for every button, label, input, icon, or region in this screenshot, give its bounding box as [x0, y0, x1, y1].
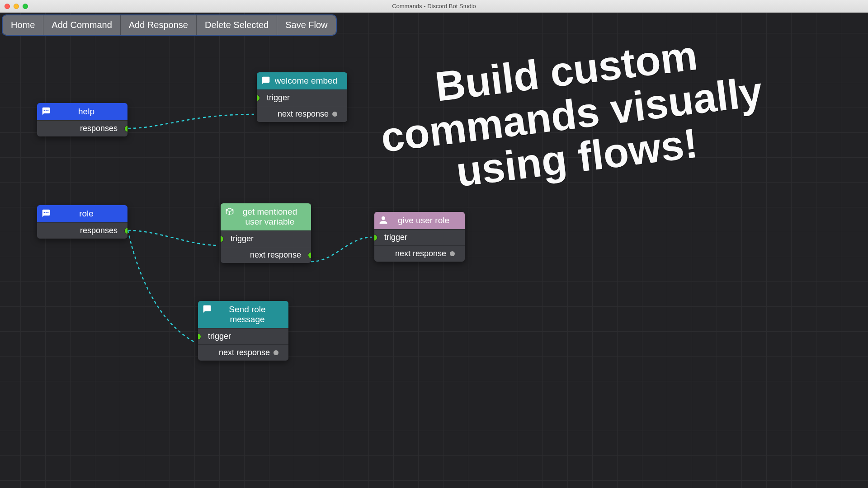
port-label: responses	[80, 124, 118, 133]
port-label: responses	[80, 226, 118, 235]
chat-icon	[42, 107, 51, 116]
node-header[interactable]: Send role message	[198, 301, 288, 328]
window-title: Commands - Discord Bot Studio	[0, 3, 868, 9]
delete-selected-button[interactable]: Delete Selected	[197, 15, 277, 35]
toolbar: Home Add Command Add Response Delete Sel…	[2, 14, 337, 36]
port-row-trigger: trigger	[374, 229, 465, 245]
node-help[interactable]: help responses	[37, 103, 127, 136]
node-title: role	[54, 209, 123, 219]
port-label: trigger	[267, 93, 290, 103]
output-port[interactable]	[125, 126, 127, 131]
save-flow-button[interactable]: Save Flow	[277, 15, 335, 35]
port-row-trigger: trigger	[257, 89, 347, 106]
port-row-next-response: next response	[257, 106, 347, 122]
home-button[interactable]: Home	[3, 15, 43, 35]
input-port[interactable]	[374, 235, 377, 240]
port-label: trigger	[208, 332, 231, 341]
node-get-mentioned-user-variable[interactable]: get mentioned user variable trigger next…	[221, 203, 311, 263]
maximize-window-button[interactable]	[23, 4, 28, 9]
port-label: next response	[395, 249, 446, 258]
port-row-next-response: next response	[374, 245, 465, 262]
output-port-inactive[interactable]	[332, 112, 337, 117]
port-label: next response	[219, 348, 270, 357]
user-icon	[379, 216, 388, 225]
node-role[interactable]: role responses	[37, 205, 127, 239]
close-window-button[interactable]	[5, 4, 10, 9]
add-command-button[interactable]: Add Command	[43, 15, 120, 35]
wire-help-welcome	[128, 114, 254, 128]
node-welcome-embed[interactable]: welcome embed trigger next response	[257, 72, 347, 122]
input-port[interactable]	[198, 333, 201, 339]
port-label: next response	[250, 250, 301, 260]
port-label: trigger	[384, 233, 407, 242]
speech-icon	[203, 305, 212, 314]
output-port-inactive[interactable]	[450, 251, 455, 256]
wire-role-sendrole	[128, 230, 195, 343]
promo-overlay-text: Build custom commands visually using flo…	[373, 26, 770, 202]
wire-role-getvar	[128, 230, 218, 245]
port-row-trigger: trigger	[221, 230, 311, 247]
node-header[interactable]: welcome embed	[257, 72, 347, 89]
node-title: welcome embed	[274, 76, 343, 86]
input-port[interactable]	[257, 95, 259, 101]
flow-canvas[interactable]: Home Add Command Add Response Delete Sel…	[0, 13, 868, 488]
input-port[interactable]	[221, 236, 223, 242]
output-port[interactable]	[308, 252, 311, 258]
port-row-next-response: next response	[221, 247, 311, 263]
node-send-role-message[interactable]: Send role message trigger next response	[198, 301, 288, 361]
node-give-user-role[interactable]: give user role trigger next response	[374, 212, 465, 262]
minimize-window-button[interactable]	[14, 4, 19, 9]
add-response-button[interactable]: Add Response	[121, 15, 197, 35]
window-titlebar: Commands - Discord Bot Studio	[0, 0, 868, 13]
node-title: give user role	[392, 216, 460, 225]
port-label: trigger	[231, 234, 254, 244]
node-header[interactable]: get mentioned user variable	[221, 203, 311, 230]
port-label: next response	[278, 109, 329, 119]
chat-icon	[42, 209, 51, 218]
window-controls	[0, 4, 28, 9]
port-row-responses: responses	[37, 120, 127, 136]
node-title: get mentioned user variable	[238, 207, 307, 227]
port-row-next-response: next response	[198, 344, 288, 361]
wire-getvar-giverole	[311, 237, 372, 262]
speech-icon	[261, 76, 270, 85]
node-header[interactable]: give user role	[374, 212, 465, 229]
output-port[interactable]	[125, 228, 127, 234]
port-row-responses: responses	[37, 222, 127, 239]
node-title: help	[54, 107, 123, 117]
port-row-trigger: trigger	[198, 328, 288, 344]
node-header[interactable]: role	[37, 205, 127, 222]
node-title: Send role message	[215, 305, 284, 324]
cube-icon	[225, 207, 234, 216]
output-port-inactive[interactable]	[274, 350, 278, 355]
node-header[interactable]: help	[37, 103, 127, 120]
